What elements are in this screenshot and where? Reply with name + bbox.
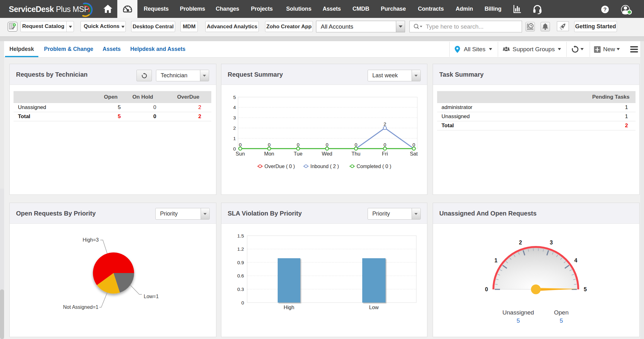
svg-text:0.3: 0.3 (237, 287, 244, 292)
svg-text:2: 2 (233, 125, 236, 131)
svg-text:4: 4 (233, 105, 236, 110)
svg-text:Sat: Sat (410, 151, 418, 156)
svg-text:Low: Low (369, 304, 379, 310)
svg-text:4: 4 (574, 257, 577, 264)
svg-text:0: 0 (355, 142, 358, 147)
svg-text:1: 1 (233, 136, 236, 141)
svg-text:OverDue ( 0 ): OverDue ( 0 ) (264, 164, 295, 169)
svg-text:0: 0 (268, 142, 271, 147)
svg-text:0: 0 (485, 286, 488, 293)
svg-text:0: 0 (241, 300, 244, 305)
svg-text:5: 5 (517, 317, 520, 324)
svg-text:3: 3 (550, 239, 553, 246)
svg-text:2: 2 (384, 121, 386, 127)
svg-text:0: 0 (239, 142, 242, 147)
svg-text:5: 5 (560, 317, 563, 324)
svg-text:High: High (284, 304, 294, 310)
svg-text:5: 5 (584, 286, 587, 293)
svg-text:Sun: Sun (236, 151, 245, 156)
svg-text:5: 5 (233, 95, 236, 100)
svg-text:0: 0 (233, 146, 236, 151)
svg-text:Fri: Fri (382, 151, 388, 156)
svg-text:High=3: High=3 (83, 237, 99, 243)
svg-text:0: 0 (297, 142, 300, 147)
svg-text:1.2: 1.2 (237, 246, 244, 252)
svg-text:Completed ( 0 ): Completed ( 0 ) (357, 164, 391, 169)
svg-text:Wed: Wed (322, 151, 332, 156)
svg-text:Mon: Mon (264, 151, 274, 156)
svg-text:Low=1: Low=1 (144, 294, 159, 299)
svg-text:1: 1 (494, 257, 497, 264)
svg-text:0: 0 (326, 142, 329, 147)
svg-text:Unassigned: Unassigned (502, 309, 534, 316)
svg-text:Inbound ( 2 ): Inbound ( 2 ) (310, 164, 339, 169)
svg-text:1.5: 1.5 (237, 233, 244, 238)
svg-text:Tue: Tue (294, 151, 303, 156)
svg-text:Open: Open (554, 309, 569, 316)
svg-text:2: 2 (519, 239, 522, 246)
svg-text:3: 3 (233, 115, 236, 120)
svg-text:Thu: Thu (352, 151, 360, 156)
svg-text:0: 0 (384, 142, 386, 147)
svg-text:Not Assigned=1: Not Assigned=1 (63, 304, 98, 310)
svg-text:0.9: 0.9 (237, 260, 244, 265)
svg-text:0.6: 0.6 (237, 273, 244, 278)
svg-text:0: 0 (413, 142, 415, 147)
